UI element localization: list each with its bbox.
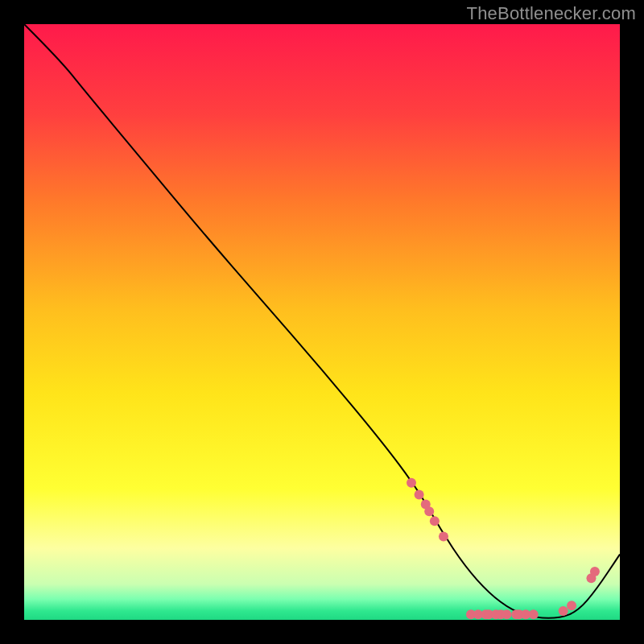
marker-dot: [590, 567, 600, 576]
attribution-label: TheBottlenecker.com: [467, 3, 636, 24]
marker-dot: [567, 601, 576, 610]
plot-area: [24, 24, 620, 620]
chart-background: [24, 24, 620, 620]
marker-dot: [502, 609, 511, 619]
marker-dot: [407, 478, 416, 488]
chart-svg: [24, 24, 620, 620]
marker-dot: [424, 506, 434, 516]
marker-dot: [415, 490, 424, 500]
marker-dot: [559, 606, 568, 616]
marker-dot: [439, 531, 448, 541]
marker-dot: [529, 609, 539, 619]
marker-dot: [430, 516, 440, 526]
chart-frame: TheBottlenecker.com: [0, 0, 644, 644]
